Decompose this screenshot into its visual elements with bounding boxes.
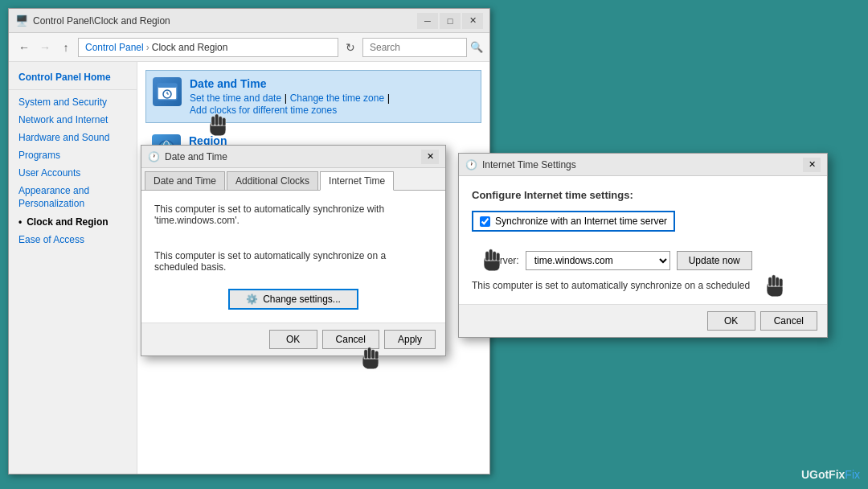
sidebar-item-system-security[interactable]: System and Security — [9, 93, 137, 111]
date-time-links: Set the time and date | Change the time … — [190, 92, 390, 116]
its-sync-text: Synchronize with an Internet time server — [495, 216, 667, 227]
forward-button[interactable]: → — [36, 39, 54, 56]
minimize-button[interactable]: ─ — [417, 13, 438, 29]
tab-internet-time[interactable]: Internet Time — [320, 171, 394, 191]
sidebar-label-programs: Programs — [18, 150, 60, 161]
sidebar-label-appearance: Appearance andPersonalization — [18, 185, 89, 210]
sidebar-item-programs[interactable]: Programs — [9, 146, 137, 164]
date-time-icon — [153, 77, 182, 106]
search-input[interactable] — [362, 38, 467, 57]
its-update-button[interactable]: Update now — [677, 251, 752, 270]
up-button[interactable]: ↑ — [57, 39, 75, 56]
its-footer: OK Cancel — [459, 304, 827, 337]
watermark-text: UGotFix — [801, 468, 845, 481]
sidebar-home-label: Control Panel Home — [18, 72, 111, 83]
address-path[interactable]: Control Panel › Clock and Region — [78, 38, 338, 57]
back-button[interactable]: ← — [15, 39, 33, 56]
sidebar-label-network-internet: Network and Internet — [18, 114, 108, 125]
its-config-label: Configure Internet time settings: — [472, 189, 814, 201]
date-time-title[interactable]: Date and Time — [190, 77, 390, 90]
dialog-footer: OK Cancel Apply — [141, 323, 445, 355]
path-separator: › — [146, 42, 149, 53]
dialog-close-button[interactable]: ✕ — [421, 150, 439, 164]
its-server-label: Server: — [488, 255, 519, 266]
path-segment-1: Control Panel — [85, 42, 144, 53]
sidebar-label-system-security: System and Security — [18, 97, 107, 108]
internet-time-settings-dialog: 🕐 Internet Time Settings ✕ Configure Int… — [458, 153, 828, 338]
its-close-button[interactable]: ✕ — [803, 158, 821, 172]
title-bar: 🖥️ Control Panel\Clock and Region ─ □ ✕ — [9, 9, 489, 33]
refresh-button[interactable]: ↻ — [342, 39, 359, 56]
its-sync-checkbox[interactable] — [480, 216, 490, 227]
its-title-left: 🕐 Internet Time Settings — [465, 159, 576, 171]
schedule-text: This computer is set to automatically sy… — [154, 250, 432, 273]
link-change-timezone[interactable]: Change the time zone — [290, 92, 384, 104]
its-content: Configure Internet time settings: Synchr… — [459, 176, 827, 337]
sidebar-divider-1 — [9, 89, 137, 90]
sidebar-item-hardware-sound[interactable]: Hardware and Sound — [9, 129, 137, 146]
apply-button[interactable]: Apply — [384, 330, 436, 349]
link-add-clocks[interactable]: Add clocks for different time zones — [190, 105, 337, 116]
its-checkbox-container: Synchronize with an Internet time server — [472, 211, 814, 241]
tab-additional-clocks[interactable]: Additional Clocks — [227, 171, 318, 190]
sidebar-item-ease-of-access[interactable]: Ease of Access — [9, 231, 137, 249]
its-server-select[interactable]: time.windows.com — [526, 251, 670, 270]
watermark: UGotFixFix — [801, 468, 860, 481]
sidebar-item-appearance[interactable]: Appearance andPersonalization — [9, 182, 137, 213]
sidebar: Control Panel Home System and Security N… — [9, 62, 137, 474]
window-title: Control Panel\Clock and Region — [33, 15, 170, 27]
tab-date-time[interactable]: Date and Time — [145, 171, 225, 190]
its-titlebar: 🕐 Internet Time Settings ✕ — [459, 154, 827, 176]
sidebar-label-ease-of-access: Ease of Access — [18, 234, 84, 245]
panel-item-date-time[interactable]: Date and Time Set the time and date | Ch… — [145, 70, 481, 123]
its-icon: 🕐 — [465, 159, 477, 171]
title-bar-controls: ─ □ ✕ — [417, 13, 483, 29]
tab-bar: Date and Time Additional Clocks Internet… — [141, 168, 445, 191]
link-set-date[interactable]: Set the time and date — [190, 92, 281, 104]
sidebar-label-clock-region: Clock and Region — [27, 216, 108, 228]
sync-text: This computer is set to automatically sy… — [154, 203, 432, 226]
sidebar-item-home[interactable]: Control Panel Home — [9, 68, 137, 86]
dialog-content: This computer is set to automatically sy… — [141, 191, 445, 323]
its-server-row: Server: time.windows.com Update now — [488, 251, 814, 270]
svg-rect-1 — [158, 84, 177, 88]
sidebar-label-user-accounts: User Accounts — [18, 167, 80, 179]
sidebar-item-network-internet[interactable]: Network and Internet — [9, 111, 137, 129]
sidebar-item-user-accounts[interactable]: User Accounts — [9, 164, 137, 182]
date-time-dialog: 🕐 Date and Time ✕ Date and Time Addition… — [141, 145, 446, 356]
search-icon: 🔍 — [470, 41, 483, 53]
address-bar: ← → ↑ Control Panel › Clock and Region ↻… — [9, 33, 489, 62]
sidebar-label-hardware-sound: Hardware and Sound — [18, 132, 109, 143]
title-bar-left: 🖥️ Control Panel\Clock and Region — [15, 14, 170, 27]
maximize-button[interactable]: □ — [440, 13, 461, 29]
date-time-dialog-titlebar: 🕐 Date and Time ✕ — [141, 146, 445, 168]
its-ok-button[interactable]: OK — [707, 311, 755, 331]
sidebar-item-clock-region[interactable]: Clock and Region — [9, 213, 137, 231]
dialog-title-left: 🕐 Date and Time — [148, 151, 227, 162]
date-time-text: Date and Time Set the time and date | Ch… — [190, 77, 390, 116]
dialog-icon: 🕐 — [148, 151, 160, 162]
dialog-title: Date and Time — [165, 151, 227, 162]
path-segment-2: Clock and Region — [152, 42, 228, 53]
ok-button[interactable]: OK — [269, 330, 317, 349]
settings-icon: ⚙️ — [246, 294, 258, 305]
cancel-button[interactable]: Cancel — [322, 330, 379, 349]
its-cancel-button[interactable]: Cancel — [760, 311, 817, 331]
window-icon: 🖥️ — [15, 14, 28, 27]
close-button[interactable]: ✕ — [462, 13, 483, 29]
change-settings-button[interactable]: ⚙️ Change settings... — [228, 289, 358, 310]
change-settings-row: ⚙️ Change settings... — [154, 289, 432, 310]
its-sync-label[interactable]: Synchronize with an Internet time server — [472, 211, 675, 232]
its-info-text: This computer is set to automatically sy… — [472, 280, 814, 291]
its-title: Internet Time Settings — [482, 159, 576, 171]
